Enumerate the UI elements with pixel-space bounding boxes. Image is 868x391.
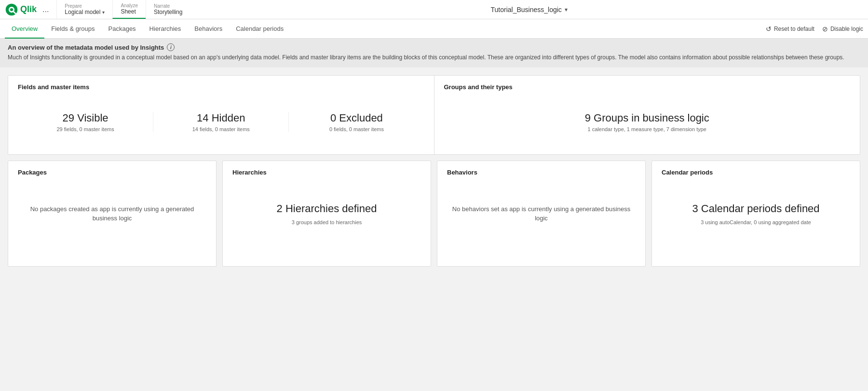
hierarchies-label: 3 groups added to hierarchies <box>292 218 362 227</box>
tab-fields-groups[interactable]: Fields & groups <box>44 19 101 39</box>
groups-label: 1 calendar type, 1 measure type, 7 dimen… <box>444 126 851 132</box>
visible-stat: 29 Visible 29 fields, 0 master items <box>18 112 153 132</box>
groups-stat: 9 Groups in business logic 1 calendar ty… <box>444 112 851 132</box>
narrate-label: Narrate <box>154 3 182 9</box>
hierarchies-content: 2 Hierarchies defined 3 groups added to … <box>232 180 421 247</box>
qlik-text: Qlik <box>20 4 37 14</box>
logo-area: Qlik ... <box>0 0 56 19</box>
info-banner-text: Much of Insights functionality is ground… <box>8 53 860 62</box>
packages-content: No packages created as app is currently … <box>18 180 206 247</box>
info-banner-title: An overview of the metadata model used b… <box>8 43 860 51</box>
svg-point-2 <box>10 8 13 11</box>
behaviors-card: Behaviors No behaviors set as app is cur… <box>437 161 646 267</box>
reset-label: Reset to default <box>774 26 814 32</box>
prepare-section[interactable]: Prepare Logical model ▾ <box>56 0 112 19</box>
visible-label: 29 fields, 0 master items <box>18 126 153 132</box>
behaviors-text: No behaviors set as app is currently usi… <box>447 204 636 223</box>
analyze-label: Analyze <box>121 3 138 8</box>
app-name-center: Tutorial_Business_logic ▾ <box>190 0 868 19</box>
fields-card-title: Fields and master items <box>18 83 424 91</box>
prepare-dropdown-arrow: ▾ <box>102 10 105 15</box>
packages-card: Packages No packages created as app is c… <box>8 161 217 267</box>
hidden-number: 14 Hidden <box>153 112 288 124</box>
calendar-periods-number: 3 Calendar periods defined <box>692 201 819 216</box>
tab-calendar-periods[interactable]: Calendar periods <box>229 19 290 39</box>
tab-behaviors[interactable]: Behaviors <box>188 19 229 39</box>
calendar-periods-content: 3 Calendar periods defined 3 using autoC… <box>662 180 850 247</box>
behaviors-title: Behaviors <box>447 169 636 176</box>
hierarchies-number: 2 Hierarchies defined <box>277 201 377 216</box>
excluded-label: 0 fields, 0 master items <box>289 126 424 132</box>
narrate-value: Storytelling <box>154 9 182 15</box>
hierarchies-card: Hierarchies 2 Hierarchies defined 3 grou… <box>222 161 431 267</box>
nav-actions: ↺ Reset to default ⊘ Disable logic <box>766 19 863 38</box>
packages-title: Packages <box>18 169 206 176</box>
calendar-periods-title: Calendar periods <box>662 169 850 176</box>
app-name-chevron[interactable]: ▾ <box>565 6 568 13</box>
more-options-button[interactable]: ... <box>40 5 52 14</box>
excluded-stat: 0 Excluded 0 fields, 0 master items <box>288 112 424 132</box>
excluded-number: 0 Excluded <box>289 112 424 124</box>
behaviors-content: No behaviors set as app is currently usi… <box>447 180 636 247</box>
fields-master-items-card: Fields and master items 29 Visible 29 fi… <box>8 76 434 154</box>
tab-packages[interactable]: Packages <box>102 19 143 39</box>
info-icon: i <box>167 43 175 51</box>
main-content: Fields and master items 29 Visible 29 fi… <box>0 67 868 274</box>
bottom-cards-row: Packages No packages created as app is c… <box>8 161 860 267</box>
qlik-logo-icon <box>5 3 18 16</box>
fields-stats: 29 Visible 29 fields, 0 master items 14 … <box>18 102 424 147</box>
analyze-section[interactable]: Analyze Sheet <box>112 0 146 19</box>
qlik-logo[interactable]: Qlik <box>5 3 37 16</box>
narrate-section[interactable]: Narrate Storytelling <box>146 0 190 19</box>
reset-to-default-button[interactable]: ↺ Reset to default <box>766 25 814 33</box>
calendar-periods-label: 3 using autoCalendar, 0 using aggregated… <box>701 218 811 227</box>
groups-card: Groups and their types 9 Groups in busin… <box>434 76 860 154</box>
top-cards-row: Fields and master items 29 Visible 29 fi… <box>8 75 860 155</box>
tab-overview[interactable]: Overview <box>5 19 44 39</box>
groups-stats: 9 Groups in business logic 1 calendar ty… <box>444 102 851 147</box>
tabs-navigation: Overview Fields & groups Packages Hierar… <box>0 19 868 39</box>
analyze-value: Sheet <box>121 8 138 15</box>
prepare-label: Prepare <box>65 3 105 9</box>
groups-card-title: Groups and their types <box>444 83 851 91</box>
disable-logic-button[interactable]: ⊘ Disable logic <box>822 25 863 33</box>
info-banner: An overview of the metadata model used b… <box>0 39 868 67</box>
disable-label: Disable logic <box>830 26 863 32</box>
reset-icon: ↺ <box>766 25 772 33</box>
visible-number: 29 Visible <box>18 112 153 124</box>
tab-hierarchies[interactable]: Hierarchies <box>143 19 188 39</box>
disable-icon: ⊘ <box>822 25 828 33</box>
top-navigation: Qlik ... Prepare Logical model ▾ Analyze… <box>0 0 868 19</box>
hidden-label: 14 fields, 0 master items <box>153 126 288 132</box>
prepare-value: Logical model ▾ <box>65 9 105 15</box>
app-name: Tutorial_Business_logic <box>491 6 562 13</box>
packages-text: No packages created as app is currently … <box>18 204 206 223</box>
groups-number: 9 Groups in business logic <box>444 112 851 124</box>
hidden-stat: 14 Hidden 14 fields, 0 master items <box>153 112 288 132</box>
hierarchies-title: Hierarchies <box>232 169 421 176</box>
calendar-periods-card: Calendar periods 3 Calendar periods defi… <box>651 161 860 267</box>
